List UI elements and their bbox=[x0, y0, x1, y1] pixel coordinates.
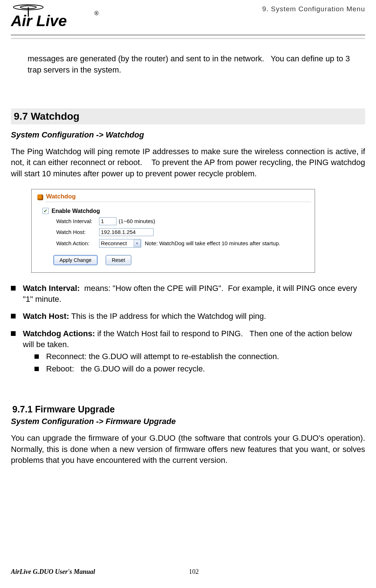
chevron-down-icon[interactable]: ▾ bbox=[134, 240, 141, 247]
watch-host-label: Watch Host: bbox=[56, 229, 99, 235]
bullet-icon bbox=[11, 331, 16, 336]
watch-interval-input[interactable] bbox=[99, 217, 117, 225]
watch-interval-label: Watch Interval: bbox=[56, 218, 99, 224]
breadcrumb-firmware: System Configuration -> Firmware Upgrade bbox=[11, 417, 365, 426]
apply-change-button[interactable]: Apply Change bbox=[53, 255, 98, 265]
bullet-watch-host: Watch Host: This is the IP address for w… bbox=[23, 311, 266, 322]
watch-interval-unit: (1~60 minutes) bbox=[119, 218, 155, 224]
bullet-icon bbox=[11, 286, 16, 291]
svg-text:®: ® bbox=[94, 10, 99, 16]
section-9-7-1-heading: 9.7.1 Firmware Upgrade bbox=[12, 404, 365, 415]
sub-bullet-reconnect: Reconnect: the G.DUO will attempt to re-… bbox=[46, 351, 279, 362]
chapter-label: 9. System Configuration Menu bbox=[262, 4, 365, 13]
watch-action-value: Reconnect bbox=[101, 240, 127, 246]
reset-button[interactable]: Reset bbox=[106, 255, 131, 265]
brand-logo: Air Live ® bbox=[11, 4, 105, 33]
header-divider bbox=[11, 35, 365, 39]
panel-icon bbox=[37, 194, 43, 200]
breadcrumb-watchdog: System Configuration -> Watchdog bbox=[11, 130, 365, 140]
enable-watchdog-label: Enable Watchdog bbox=[52, 208, 100, 214]
bullet-icon bbox=[11, 314, 16, 318]
bullet-watch-interval: Watch Interval: means: "How often the CP… bbox=[23, 283, 365, 304]
svg-text:Air Live: Air Live bbox=[11, 12, 67, 29]
watch-action-select[interactable]: Reconnect ▾ bbox=[99, 239, 141, 248]
footer-page-number: 102 bbox=[95, 568, 293, 576]
watch-action-note: Note: WatchDog will take effect 10 minut… bbox=[145, 240, 281, 246]
footer-manual-title: AirLive G.DUO User's Manual bbox=[11, 568, 95, 576]
watch-host-input[interactable] bbox=[99, 228, 154, 236]
firmware-description: You can upgrade the firmware of your G.D… bbox=[11, 433, 365, 466]
enable-watchdog-checkbox[interactable]: ✔ bbox=[42, 208, 49, 214]
watchdog-description: The Ping Watchdog will ping remote IP ad… bbox=[11, 146, 365, 180]
panel-title: Watchdog bbox=[46, 193, 311, 202]
watchdog-config-panel: Watchdog ✔ Enable Watchdog Watch Interva… bbox=[31, 189, 315, 273]
section-9-7-heading: 9.7 Watchdog bbox=[11, 108, 365, 124]
intro-paragraph: messages are generated (by the router) a… bbox=[28, 53, 361, 76]
sub-bullet-reboot: Reboot: the G.DUO will do a power recycl… bbox=[46, 363, 205, 374]
sub-bullet-icon bbox=[34, 354, 39, 359]
watch-action-label: Watch Action: bbox=[56, 239, 99, 246]
bullet-watchdog-actions: Watchdog Actions: if the Watch Host fail… bbox=[23, 328, 365, 374]
sub-bullet-icon bbox=[34, 367, 39, 371]
